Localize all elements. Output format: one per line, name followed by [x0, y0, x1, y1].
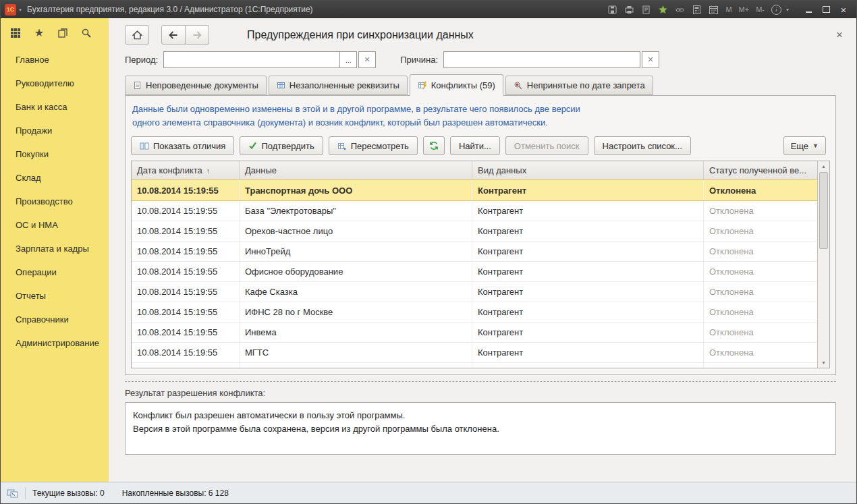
sidebar-item-reports[interactable]: Отчеты [1, 284, 109, 308]
close-icon: × [841, 4, 847, 16]
save-icon[interactable] [607, 5, 617, 15]
tab-unposted-documents[interactable]: Непроведенные документы [125, 76, 267, 95]
table-row[interactable]: 10.08.2014 15:19:55 Аэрофлот Контрагент … [132, 363, 817, 368]
reason-input[interactable] [443, 51, 640, 68]
button-label: Подтвердить [261, 141, 314, 151]
memory-m-plus-button[interactable]: M+ [739, 5, 750, 13]
table-row[interactable]: 10.08.2014 15:19:55 ИФНС 28 по г Москве … [132, 302, 817, 323]
cell-data: ИнноТрейд [240, 242, 472, 261]
period-input[interactable] [163, 51, 340, 68]
result-label: Результат разрешения конфликта: [125, 388, 836, 398]
cell-data: Инвема [240, 323, 472, 342]
table-row[interactable]: 10.08.2014 15:19:55 Инвема Контрагент От… [132, 323, 817, 343]
cell-status: Отклонена [704, 302, 817, 322]
print-icon[interactable] [624, 5, 634, 15]
period-choose-button[interactable]: ... [340, 51, 357, 68]
table-row[interactable]: 10.08.2014 15:19:55 База "Электротовары"… [132, 201, 817, 221]
cell-kind: Контрагент [472, 343, 704, 362]
scroll-down-icon[interactable]: ▼ [818, 358, 829, 368]
sidebar-item-warehouse[interactable]: Склад [1, 166, 109, 190]
document-icon [133, 81, 142, 90]
table-row[interactable]: 10.08.2014 15:19:55 МГТС Контрагент Откл… [132, 343, 817, 363]
performance-icon[interactable] [7, 488, 18, 499]
scrollbar-track[interactable] [818, 171, 829, 358]
tab-label: Непроведенные документы [146, 80, 258, 90]
form-close-icon[interactable]: × [832, 28, 847, 42]
system-menu-chevron-icon[interactable]: ▾ [19, 7, 22, 13]
column-header-data[interactable]: Данные [240, 161, 472, 179]
cell-kind: Контрагент [472, 262, 704, 281]
cell-status: Отклонена [704, 363, 817, 368]
cell-kind: Контрагент [472, 363, 704, 368]
calculator-icon[interactable] [692, 5, 702, 15]
tab-rejected-by-date[interactable]: Непринятые по дате запрета [505, 76, 653, 95]
sidebar-item-production[interactable]: Производство [1, 190, 109, 213]
sidebar-item-bank-cash[interactable]: Банк и касса [1, 95, 109, 119]
table-icon [277, 81, 285, 90]
cell-data: Транспортная дочь ООО [240, 180, 472, 200]
sidebar-item-manager[interactable]: Руководителю [1, 72, 109, 95]
tab-conflicts[interactable]: Конфликты (59) [410, 74, 503, 96]
confirm-button[interactable]: Подтвердить [240, 136, 323, 155]
sidebar-item-purchases[interactable]: Покупки [1, 142, 109, 166]
table-row[interactable]: 10.08.2014 15:19:55 Транспортная дочь ОО… [132, 179, 817, 201]
info-menu-button[interactable]: i ▾ [771, 5, 790, 15]
button-label: Пересмотреть [351, 141, 409, 151]
reason-clear-icon[interactable]: ✕ [642, 51, 659, 68]
review-icon [337, 142, 347, 150]
sidebar-item-salary-hr[interactable]: Зарплата и кадры [1, 237, 109, 260]
calendar-icon[interactable] [709, 5, 719, 15]
sidebar-item-fixed-assets[interactable]: ОС и НМА [1, 213, 109, 237]
scroll-up-icon[interactable]: ▲ [818, 161, 829, 171]
table-row[interactable]: 10.08.2014 15:19:55 Кафе Сказка Контраге… [132, 282, 817, 302]
splitter-handle[interactable] [125, 381, 836, 382]
forward-button[interactable] [186, 25, 209, 45]
button-label: Еще [791, 141, 808, 151]
current-calls-text: Текущие вызовы: 0 [32, 488, 105, 498]
refresh-button[interactable] [423, 136, 445, 155]
sidebar: ★ Главное Руководителю Банк и касса Прод… [1, 18, 109, 482]
table-row[interactable]: 10.08.2014 15:19:55 Офисное оборудование… [132, 262, 817, 282]
sidebar-item-catalogs[interactable]: Справочники [1, 308, 109, 331]
show-differences-button[interactable]: Показать отличия [131, 136, 234, 155]
column-header-date[interactable]: Дата конфликта ↑ [132, 161, 240, 179]
sidebar-item-sales[interactable]: Продажи [1, 119, 109, 142]
find-button[interactable]: Найти... [450, 136, 500, 155]
search-icon[interactable] [80, 27, 92, 39]
minimize-button[interactable] [800, 3, 817, 16]
functions-menu-icon[interactable] [9, 27, 22, 39]
cancel-search-button[interactable]: Отменить поиск [505, 136, 588, 155]
sidebar-item-main[interactable]: Главное [1, 48, 109, 72]
tab-unfilled-attributes[interactable]: Незаполненные реквизиты [269, 76, 408, 95]
column-header-kind[interactable]: Вид данных [472, 161, 704, 179]
more-button[interactable]: Еще ▼ [783, 136, 826, 155]
vertical-scrollbar[interactable]: ▲ ▼ [817, 161, 829, 368]
column-header-status[interactable]: Статус полученной ве... [704, 161, 817, 179]
scrollbar-thumb[interactable] [819, 172, 828, 249]
table-row[interactable]: 10.08.2014 15:19:55 Орехов-частное лицо … [132, 221, 817, 242]
1c-logo-icon[interactable]: 1С [5, 4, 16, 16]
check-icon [248, 142, 257, 150]
add-favorite-icon[interactable] [658, 5, 668, 15]
memory-m-minus-button[interactable]: M- [756, 5, 765, 13]
favorites-icon[interactable]: ★ [33, 27, 45, 39]
period-clear-icon[interactable]: ✕ [358, 51, 376, 68]
table-row[interactable]: 10.08.2014 15:19:55 ИнноТрейд Контрагент… [132, 242, 817, 262]
result-text-box[interactable]: Конфликт был разрешен автоматически в по… [125, 402, 836, 455]
maximize-button[interactable] [817, 3, 835, 16]
back-button[interactable] [161, 25, 186, 45]
configure-list-button[interactable]: Настроить список... [594, 136, 691, 155]
home-button[interactable] [125, 25, 149, 45]
memory-m-button[interactable]: M [725, 5, 731, 13]
sidebar-item-operations[interactable]: Операции [1, 260, 109, 284]
history-icon[interactable] [57, 27, 69, 39]
column-label: Дата конфликта [137, 165, 202, 175]
link-icon[interactable] [675, 5, 685, 15]
cell-data: Офисное оборудование [240, 262, 472, 281]
sidebar-item-administration[interactable]: Администрирование [1, 331, 109, 355]
cell-data: ИФНС 28 по г Москве [240, 302, 472, 322]
preview-icon[interactable] [641, 5, 651, 15]
close-button[interactable]: × [835, 3, 852, 16]
review-button[interactable]: Пересмотреть [329, 136, 418, 155]
conflicts-table: Дата конфликта ↑ Данные Вид данных Стату… [131, 161, 830, 368]
